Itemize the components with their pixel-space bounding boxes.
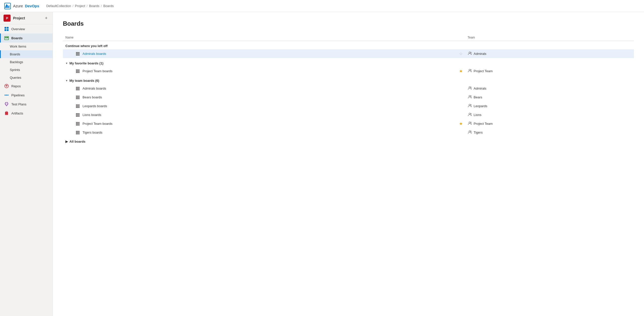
sidebar-item-pipelines[interactable]: Pipelines	[0, 91, 53, 100]
sidebar-item-boards[interactable]: Boards	[0, 50, 53, 58]
svg-point-58	[469, 95, 470, 97]
svg-rect-50	[77, 96, 78, 97]
board-row-leopards[interactable]: Leopards boards	[63, 102, 634, 110]
team-name: Leopards	[474, 104, 487, 108]
breadcrumb-item-1[interactable]: DefaultCollection	[46, 4, 71, 8]
svg-rect-44	[76, 89, 77, 90]
svg-point-47	[469, 87, 470, 88]
board-row-admirals-continue[interactable]: Admirals boards ☆	[63, 49, 634, 58]
svg-rect-7	[5, 37, 6, 38]
svg-rect-2	[5, 27, 6, 29]
team-icon	[468, 104, 472, 108]
star-cell[interactable]	[457, 110, 465, 119]
col-header-name: Name	[63, 34, 457, 41]
sidebar-item-sprints-label: Sprints	[10, 68, 20, 72]
star-filled-icon[interactable]: ★	[459, 122, 463, 126]
breadcrumb-sep-3: /	[101, 4, 102, 8]
star-cell[interactable]	[457, 102, 465, 110]
svg-rect-94	[77, 131, 78, 132]
star-cell[interactable]	[457, 84, 465, 93]
team-name: Tigers	[474, 131, 483, 134]
app-logo[interactable]: Azure DevOps	[4, 3, 39, 10]
sidebar-item-queries[interactable]: Queries	[0, 74, 53, 82]
star-filled-icon[interactable]: ★	[459, 69, 463, 73]
sidebar-item-overview-label: Overview	[11, 27, 25, 31]
sidebar-item-artifacts[interactable]: Artifacts	[0, 109, 53, 118]
board-row-tigers[interactable]: Tigers boards	[63, 128, 634, 137]
svg-rect-14	[5, 113, 8, 115]
sidebar-item-boards-group[interactable]: Boards	[0, 33, 53, 43]
svg-rect-28	[77, 69, 78, 70]
sidebar-item-pipelines-label: Pipelines	[11, 93, 25, 97]
board-grid-icon	[75, 52, 80, 56]
star-cell[interactable]: ☆	[457, 49, 465, 58]
star-cell[interactable]: ★	[457, 67, 465, 75]
board-grid-icon	[75, 131, 80, 135]
svg-rect-93	[76, 131, 77, 132]
svg-rect-18	[78, 52, 79, 53]
project-name: Project	[13, 16, 25, 20]
section-favorites: ▼ My favorite boards (1)	[63, 58, 634, 67]
svg-point-12	[6, 95, 7, 96]
svg-rect-83	[77, 122, 78, 123]
sidebar-item-repos[interactable]: Repos	[0, 82, 53, 91]
sidebar: P Project + Overview	[0, 12, 53, 316]
expand-arrow-icon: ▶	[65, 140, 68, 143]
board-row-project-team-favorite[interactable]: Project Team boards ★	[63, 67, 634, 75]
board-name-cell: Admirals boards	[65, 52, 454, 56]
sidebar-item-overview[interactable]: Overview	[0, 24, 53, 33]
svg-rect-96	[76, 132, 77, 133]
collapse-arrow-icon: ▼	[65, 62, 68, 65]
section-all-boards: ▶ All boards	[63, 137, 634, 145]
svg-point-36	[469, 69, 470, 71]
sidebar-item-testplans-label: Test Plans	[11, 102, 26, 106]
add-project-button[interactable]: +	[43, 15, 49, 21]
star-icon[interactable]: ☆	[459, 52, 463, 56]
svg-rect-75	[77, 114, 78, 115]
svg-rect-77	[76, 116, 77, 117]
svg-rect-88	[76, 125, 77, 126]
sidebar-project: P Project +	[0, 12, 53, 24]
board-row-admirals[interactable]: Admirals boards	[63, 84, 634, 93]
board-row-project-team[interactable]: Project Team boards ★	[63, 119, 634, 128]
sidebar-item-backlogs[interactable]: Backlogs	[0, 58, 53, 66]
svg-rect-30	[76, 71, 77, 72]
svg-rect-23	[77, 55, 78, 56]
repos-icon	[4, 84, 9, 88]
collapse-favorites-button[interactable]: ▼ My favorite boards (1)	[65, 61, 103, 65]
svg-rect-86	[77, 123, 78, 124]
main-content: Boards Name Team Continue where you left…	[53, 12, 644, 316]
svg-rect-49	[76, 96, 77, 97]
svg-rect-66	[76, 107, 77, 108]
breadcrumb-item-4[interactable]: Boards	[103, 4, 114, 8]
sidebar-item-sprints[interactable]: Sprints	[0, 66, 53, 74]
star-cell[interactable]	[457, 93, 465, 102]
svg-rect-33	[76, 72, 77, 73]
svg-rect-61	[77, 104, 78, 105]
expand-all-boards-button[interactable]: ▶ All boards	[65, 140, 86, 143]
svg-rect-72	[77, 113, 78, 114]
sidebar-item-test-plans[interactable]: Test Plans	[0, 100, 53, 109]
breadcrumb-item-2[interactable]: Project	[75, 4, 85, 8]
star-cell[interactable]: ★	[457, 119, 465, 128]
svg-rect-8	[6, 37, 7, 38]
svg-rect-46	[78, 89, 79, 90]
sidebar-item-work-items[interactable]: Work Items	[0, 43, 53, 50]
board-name-link[interactable]: Admirals boards	[83, 52, 106, 56]
svg-rect-27	[76, 69, 77, 70]
svg-rect-17	[77, 52, 78, 53]
board-row-lions[interactable]: Lions boards	[63, 110, 634, 119]
col-header-team: Team	[465, 34, 634, 41]
collapse-team-boards-button[interactable]: ▼ My team boards (6)	[65, 79, 99, 83]
svg-rect-29	[78, 69, 79, 70]
star-cell[interactable]	[457, 128, 465, 137]
sidebar-item-boards-label: Boards	[10, 52, 20, 56]
breadcrumb-item-3[interactable]: Boards	[89, 4, 99, 8]
board-grid-icon	[75, 113, 80, 117]
svg-rect-73	[78, 113, 79, 114]
svg-rect-39	[77, 87, 78, 88]
team-cell: Leopards	[468, 104, 631, 108]
board-grid-icon	[75, 87, 80, 91]
svg-rect-64	[77, 106, 78, 107]
board-row-bears[interactable]: Bears boards	[63, 93, 634, 102]
